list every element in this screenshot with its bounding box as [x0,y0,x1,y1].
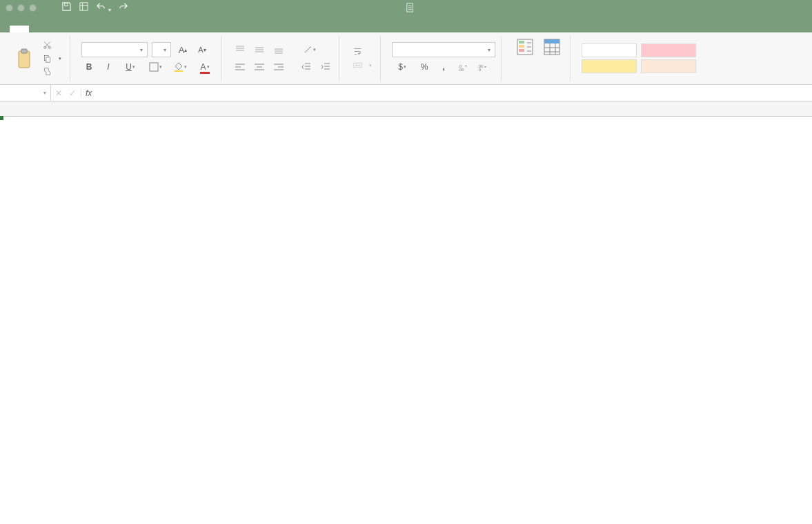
cut-button[interactable] [40,39,64,51]
spreadsheet-grid[interactable] [0,101,812,117]
style-neutral[interactable] [582,59,637,73]
align-right-icon[interactable] [271,59,286,75]
document-title [128,3,696,12]
window-titlebar: ▾ [0,0,812,15]
style-bad[interactable] [641,43,696,57]
tab-formulas[interactable] [68,26,87,32]
traffic-light-close[interactable] [6,4,13,12]
merge-center-button[interactable]: ▾ [350,59,375,71]
orientation-button[interactable]: ▾ [299,42,319,57]
decrease-indent-icon[interactable] [299,59,314,75]
accounting-format-icon[interactable]: $▾ [392,59,413,75]
tab-data[interactable] [87,26,106,32]
ribbon: ▾ ▾ ▾ A▴ A▾ B I U▾ ▾ ▾ A▾ ▾ [0,32,812,85]
align-center-icon[interactable] [252,59,267,75]
tab-page-layout[interactable] [48,26,68,32]
svg-rect-9 [150,63,158,71]
align-top-icon[interactable] [232,42,248,57]
tab-developer[interactable] [145,26,164,32]
align-left-icon[interactable] [232,59,248,75]
svg-rect-19 [519,49,524,52]
confirm-formula-icon[interactable]: ✓ [66,88,81,98]
align-middle-icon[interactable] [252,42,267,57]
decrease-decimal-icon[interactable]: .00.0 [475,59,490,75]
format-as-table-button[interactable] [539,36,564,81]
increase-decimal-icon[interactable]: .0.00 [455,59,471,75]
font-name-select[interactable]: ▾ [81,42,148,57]
fx-label: fx [81,88,92,98]
number-format-select[interactable]: ▾ [392,42,495,57]
conditional-formatting-button[interactable] [513,36,537,81]
undo-icon[interactable]: ▾ [96,1,111,14]
tab-review[interactable] [106,26,126,32]
align-bottom-icon[interactable] [271,42,286,57]
svg-rect-21 [544,39,560,43]
formula-bar: ▾ ✕ ✓ fx [0,85,812,101]
border-button[interactable]: ▾ [145,59,166,75]
ribbon-tabs [0,15,812,32]
tab-view[interactable] [126,26,145,32]
name-box[interactable]: ▾ [0,85,51,101]
tab-home[interactable] [10,26,29,32]
svg-text:.0: .0 [477,67,482,72]
italic-button[interactable]: I [101,59,116,75]
cancel-formula-icon[interactable]: ✕ [51,88,66,98]
font-color-button[interactable]: A▾ [195,59,215,75]
traffic-light-max[interactable] [29,4,37,12]
svg-text:.00: .00 [458,67,464,72]
tab-insert[interactable] [29,26,48,32]
style-calculation[interactable] [641,59,696,73]
decrease-font-icon[interactable]: A▾ [195,42,210,57]
svg-rect-0 [65,3,68,6]
font-size-select[interactable]: ▾ [152,42,171,57]
percent-format-icon[interactable]: % [417,59,432,75]
increase-indent-icon[interactable] [318,59,333,75]
copy-button[interactable]: ▾ [40,52,64,64]
fill-color-button[interactable]: ▾ [170,59,190,75]
wrap-text-button[interactable] [350,46,375,57]
svg-rect-10 [175,70,183,72]
svg-rect-17 [519,41,524,43]
svg-rect-3 [19,51,30,68]
svg-rect-1 [80,3,88,10]
paste-button[interactable] [12,46,37,71]
redo-icon[interactable] [118,1,128,14]
style-normal[interactable] [582,43,637,57]
bold-button[interactable]: B [81,59,97,75]
comma-format-icon[interactable]: , [436,59,451,75]
increase-font-icon[interactable]: A▴ [175,42,190,57]
svg-rect-18 [519,45,524,48]
file-icon[interactable] [79,1,89,14]
format-painter-button[interactable] [40,66,64,77]
save-icon[interactable] [61,1,72,14]
svg-rect-4 [21,49,27,53]
svg-rect-8 [46,57,50,62]
traffic-light-min[interactable] [17,4,25,12]
underline-button[interactable]: U▾ [120,59,141,75]
